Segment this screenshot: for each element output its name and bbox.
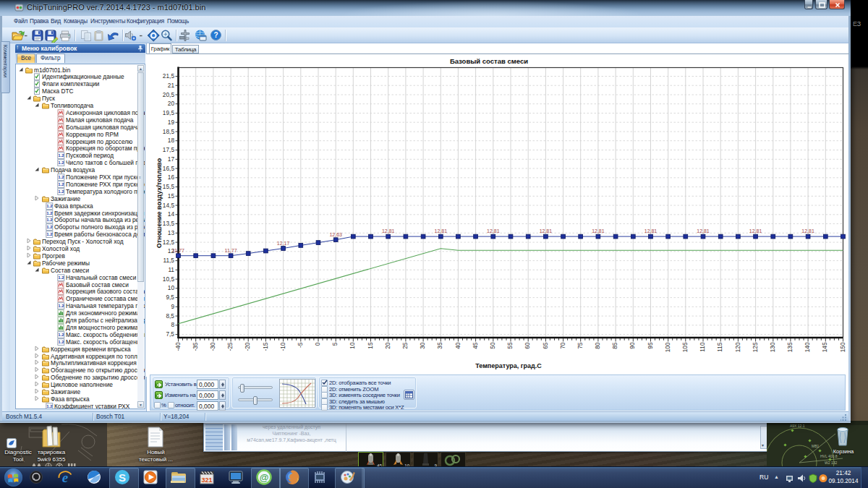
svg-text:18,5: 18,5: [163, 128, 175, 135]
svg-text:12,81: 12,81: [697, 228, 710, 234]
svg-text:75: 75: [576, 342, 584, 349]
svg-text:10,5: 10,5: [163, 275, 175, 283]
svg-text:17,5: 17,5: [163, 146, 175, 153]
svg-text:35: 35: [436, 342, 443, 349]
svg-text:10: 10: [168, 284, 175, 291]
svg-text:12,17: 12,17: [277, 241, 290, 246]
svg-text:-35: -35: [192, 342, 199, 351]
svg-text:13: 13: [168, 229, 175, 236]
svg-text:12,81: 12,81: [592, 228, 605, 234]
svg-text:140: 140: [804, 342, 811, 352]
svg-text:-5: -5: [297, 342, 304, 348]
svg-text:-10: -10: [279, 342, 286, 351]
svg-text:11,77: 11,77: [225, 248, 237, 253]
svg-text:80: 80: [594, 342, 601, 349]
svg-text:14: 14: [168, 210, 175, 218]
svg-text:30: 30: [419, 342, 426, 349]
svg-text:135: 135: [786, 342, 793, 352]
svg-text:19,5: 19,5: [163, 109, 175, 116]
svg-text:21,5: 21,5: [163, 72, 175, 80]
svg-text:11: 11: [168, 266, 174, 273]
svg-text:16: 16: [168, 174, 175, 181]
svg-text:15: 15: [367, 342, 374, 349]
svg-text:8,5: 8,5: [166, 312, 174, 320]
svg-text:50: 50: [489, 342, 496, 349]
svg-text:12,81: 12,81: [487, 228, 500, 234]
svg-text:Температура, град.C: Температура, град.C: [475, 362, 542, 369]
svg-text:20: 20: [168, 100, 175, 107]
svg-text:65: 65: [542, 342, 549, 349]
svg-text:17: 17: [168, 155, 175, 163]
svg-text:@: @: [260, 472, 269, 483]
svg-text:20: 20: [384, 342, 391, 349]
svg-text:0: 0: [314, 342, 321, 346]
svg-text:90: 90: [629, 342, 636, 349]
svg-text:-40: -40: [174, 342, 182, 351]
svg-text:Базовый состав смеси: Базовый состав смеси: [450, 57, 528, 65]
svg-text:7,5: 7,5: [166, 330, 174, 338]
svg-text:?: ?: [213, 31, 218, 39]
svg-text:145: 145: [821, 342, 828, 352]
svg-text:-30: -30: [209, 342, 216, 351]
svg-text:12,81: 12,81: [435, 228, 448, 234]
svg-text:40: 40: [454, 342, 461, 349]
svg-text:16,5: 16,5: [163, 165, 175, 172]
svg-text:321: 321: [201, 476, 212, 484]
svg-text:5: 5: [331, 342, 339, 346]
svg-text:130: 130: [769, 342, 776, 352]
svg-text:10: 10: [349, 342, 356, 349]
svg-text:45: 45: [472, 342, 479, 349]
svg-text:15: 15: [168, 192, 175, 200]
svg-text:110: 110: [699, 342, 706, 352]
svg-text:13,5: 13,5: [163, 220, 175, 227]
svg-text:100: 100: [664, 342, 671, 352]
svg-text:125: 125: [752, 342, 759, 352]
svg-text:8: 8: [171, 321, 174, 328]
svg-text:Отношение воздух/топливо: Отношение воздух/топливо: [156, 158, 163, 248]
svg-text:12,81: 12,81: [801, 228, 814, 234]
svg-text:9: 9: [171, 303, 174, 310]
svg-text:12,5: 12,5: [163, 239, 175, 246]
svg-text:70: 70: [559, 342, 566, 349]
svg-text:12,63: 12,63: [329, 232, 342, 237]
svg-text:150: 150: [839, 342, 846, 352]
svg-text:25: 25: [401, 342, 409, 349]
svg-text:85: 85: [611, 342, 618, 349]
svg-text:S: S: [119, 471, 126, 484]
svg-text:12,81: 12,81: [540, 228, 553, 234]
svg-text:11,5: 11,5: [163, 257, 174, 264]
svg-text:120: 120: [734, 342, 741, 352]
svg-text:21: 21: [168, 82, 175, 89]
svg-text:-15: -15: [262, 342, 269, 351]
svg-text:95: 95: [647, 342, 654, 349]
svg-text:115: 115: [716, 342, 723, 352]
svg-text:55: 55: [506, 342, 514, 349]
svg-text:60: 60: [524, 342, 531, 349]
svg-text:9,5: 9,5: [166, 294, 174, 301]
svg-text:-25: -25: [226, 342, 234, 351]
svg-text:12,81: 12,81: [749, 228, 762, 234]
svg-text:11,77: 11,77: [172, 248, 184, 253]
svg-text:18: 18: [168, 137, 175, 144]
svg-text:-20: -20: [244, 342, 251, 351]
svg-text:105: 105: [681, 342, 689, 352]
svg-text:12,81: 12,81: [382, 228, 395, 234]
svg-text:19: 19: [168, 119, 175, 126]
svg-text:12,81: 12,81: [644, 228, 658, 234]
svg-text:20,5: 20,5: [163, 91, 175, 98]
svg-text:14,5: 14,5: [163, 202, 175, 209]
svg-text:15,5: 15,5: [163, 183, 175, 190]
